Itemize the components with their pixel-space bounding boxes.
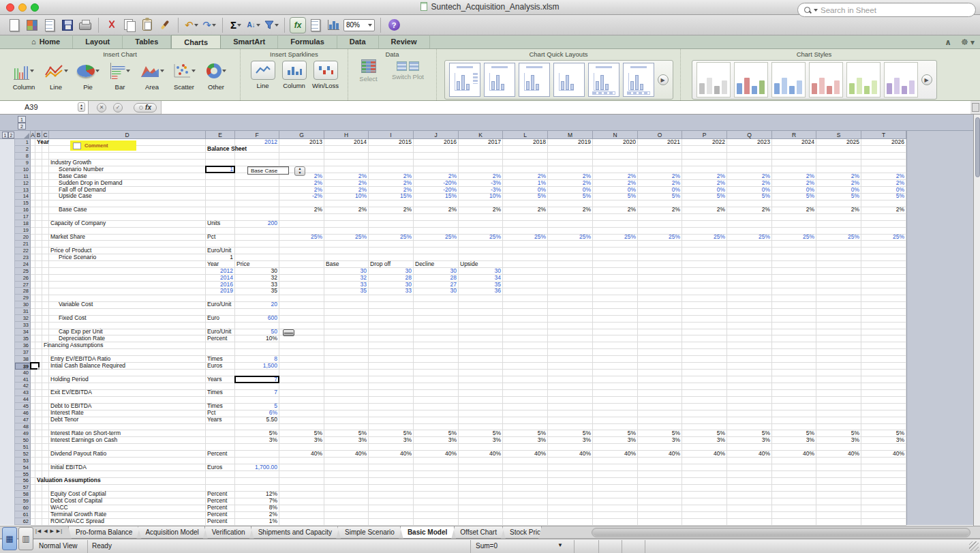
horizontal-scrollbar-thumb[interactable] <box>593 529 969 536</box>
cell-E41[interactable]: Years <box>207 376 221 383</box>
cell-I50[interactable]: 3% <box>369 437 412 444</box>
cell-I1[interactable]: 2015 <box>369 139 412 146</box>
cell-S16[interactable]: 2% <box>817 207 859 213</box>
sheet-tab-stock-prices[interactable]: Stock Prices <box>502 526 542 539</box>
sheet-tab-verification[interactable]: Verification <box>204 526 253 539</box>
cell-G52[interactable]: 40% <box>280 451 322 458</box>
more-layouts-arrow-icon[interactable]: ▶ <box>658 74 669 85</box>
row-header-52[interactable]: 52 <box>15 451 31 458</box>
cell-F32[interactable]: 600 <box>236 315 277 322</box>
formula-input[interactable] <box>161 101 970 114</box>
row-header-53[interactable]: 53 <box>15 458 31 464</box>
cell-E43[interactable]: Times <box>207 389 223 396</box>
resize-grip[interactable] <box>969 541 979 551</box>
cell-M14[interactable]: 5% <box>549 193 591 200</box>
row-header-57[interactable]: 57 <box>15 484 31 491</box>
horizontal-scrollbar[interactable] <box>592 528 970 537</box>
toolbox-icon[interactable] <box>307 17 324 33</box>
row-header-10[interactable]: 10 <box>15 166 31 173</box>
cell-G50[interactable]: 3% <box>280 437 322 444</box>
help-icon[interactable]: ? <box>386 17 402 33</box>
redo-icon[interactable]: ↷ <box>201 17 217 33</box>
cell-F30[interactable]: 20 <box>236 301 277 308</box>
row-header-42[interactable]: 42 <box>15 383 31 389</box>
row-header-45[interactable]: 45 <box>15 403 31 410</box>
cell-K52[interactable]: 40% <box>459 451 501 458</box>
cell-D43[interactable]: Exit EV/EBITDA <box>50 389 92 396</box>
cell-P20[interactable]: 25% <box>683 234 725 241</box>
cell-G16[interactable]: 2% <box>280 207 322 213</box>
chart-style-thumbnail-green[interactable] <box>846 62 881 98</box>
copy-icon[interactable] <box>121 17 138 33</box>
cell-J1[interactable]: 2016 <box>414 139 457 146</box>
cell-F62[interactable]: 1% <box>236 518 277 525</box>
row-header-1[interactable]: 1 <box>15 139 31 146</box>
cell-E22[interactable]: Euro/Unit <box>207 248 231 254</box>
outline-level-1-button[interactable]: 1 <box>18 116 26 123</box>
row-header-56[interactable]: 56 <box>15 477 31 484</box>
cell-O1[interactable]: 2021 <box>639 139 680 146</box>
row-header-8[interactable]: 8 <box>15 153 31 160</box>
quick-layout-thumbnail[interactable] <box>588 63 619 97</box>
sheet-tab-simple-scenario[interactable]: Simple Scenario <box>337 526 402 539</box>
cell-D47[interactable]: Debt Tenor <box>50 417 78 423</box>
row-header-51[interactable]: 51 <box>15 444 31 451</box>
cell-H24[interactable]: Base <box>326 261 339 268</box>
cell-M1[interactable]: 2019 <box>549 139 591 146</box>
insert-chart-pie-button[interactable]: Pie <box>72 61 104 91</box>
save-icon[interactable] <box>59 17 76 33</box>
cell-F39[interactable]: 1,500 <box>236 363 277 370</box>
column-header-A[interactable]: A <box>31 131 35 139</box>
cell-R52[interactable]: 40% <box>773 451 814 458</box>
bordered-input-cell[interactable] <box>234 376 279 383</box>
cell-O16[interactable]: 2% <box>639 207 680 213</box>
row-header-50[interactable]: 50 <box>15 437 31 444</box>
cell-L1[interactable]: 2018 <box>504 139 546 146</box>
cell-I14[interactable]: 15% <box>369 193 412 200</box>
tab-review[interactable]: Review <box>379 35 430 48</box>
cell-Q14[interactable]: 5% <box>728 193 770 200</box>
cell-F28[interactable]: 35 <box>236 288 277 295</box>
insert-chart-bar-button[interactable]: Bar <box>104 61 136 91</box>
cell-R50[interactable]: 3% <box>773 437 814 444</box>
row-header-29[interactable]: 29 <box>15 295 31 301</box>
cell-L12[interactable]: 1% <box>504 180 546 187</box>
row-header-58[interactable]: 58 <box>15 491 31 498</box>
outline-level-1-button[interactable]: 1 <box>2 132 8 138</box>
cell-P50[interactable]: 3% <box>683 437 725 444</box>
cell-R14[interactable]: 5% <box>773 193 814 200</box>
cell-T52[interactable]: 40% <box>862 451 904 458</box>
vertical-scrollbar-thumb[interactable] <box>975 117 980 177</box>
cell-D54[interactable]: Initial EBITDA <box>50 464 87 471</box>
row-header-43[interactable]: 43 <box>15 389 31 396</box>
row-header-32[interactable]: 32 <box>15 315 31 322</box>
sheet-tab-shipments-and-capacity[interactable]: Shipments and Capacity <box>251 526 339 539</box>
fill-handle[interactable] <box>37 368 40 370</box>
name-box[interactable]: A39 ▲▼ <box>0 101 89 114</box>
row-header-30[interactable]: 30 <box>15 301 31 308</box>
cell-D14[interactable]: Upside Case <box>59 193 92 200</box>
outline-level-2-button[interactable]: 2 <box>8 132 14 138</box>
cell-L20[interactable]: 25% <box>504 234 546 241</box>
cell-P14[interactable]: 5% <box>683 193 725 200</box>
sparkline-column-button[interactable]: Column <box>279 59 310 89</box>
cell-D20[interactable]: Market Share <box>50 234 85 241</box>
cell-I16[interactable]: 2% <box>369 207 412 213</box>
cell-K16[interactable]: 2% <box>459 207 501 213</box>
cell-M16[interactable]: 2% <box>549 207 591 213</box>
dropdown-chevron-icon[interactable] <box>95 70 99 72</box>
cell-D39[interactable]: Intial Cash Balance Required <box>50 363 125 370</box>
cell-D16[interactable]: Base Case <box>59 207 87 213</box>
insert-chart-scatter-button[interactable]: Scatter <box>168 61 200 91</box>
cell-S1[interactable]: 2025 <box>817 139 859 146</box>
cell-P1[interactable]: 2022 <box>683 139 725 146</box>
cell-T1[interactable]: 2026 <box>862 139 904 146</box>
cell-S12[interactable]: 2% <box>817 180 859 187</box>
cell-T14[interactable]: 5% <box>862 193 904 200</box>
cell-M50[interactable]: 3% <box>549 437 591 444</box>
row-header-55[interactable]: 55 <box>15 471 31 478</box>
cell-B56[interactable]: Valuation Assumptions <box>37 477 101 484</box>
quick-layout-thumbnail[interactable] <box>449 63 480 97</box>
cell-E32[interactable]: Euro <box>207 315 219 322</box>
tab-layout[interactable]: Layout <box>73 35 123 48</box>
